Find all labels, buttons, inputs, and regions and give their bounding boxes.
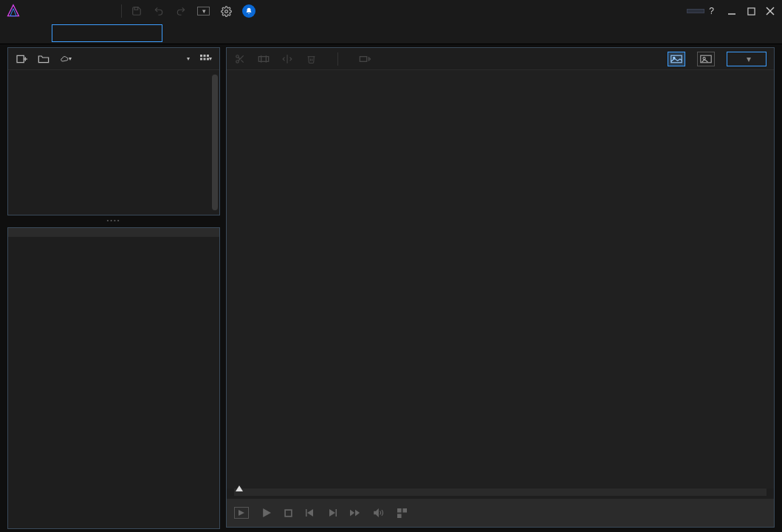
title-bar: ▾ ?	[0, 0, 782, 22]
cut-icon[interactable]	[234, 53, 246, 65]
delete-icon[interactable]	[305, 53, 317, 65]
cloud-import-icon[interactable]: ▾	[60, 53, 72, 65]
app-logo-icon	[6, 4, 21, 18]
undo-icon[interactable]	[153, 5, 165, 17]
prev-frame-button[interactable]	[306, 508, 315, 517]
svg-marker-34	[239, 510, 244, 516]
window-controls	[726, 5, 776, 17]
svg-rect-15	[204, 58, 206, 60]
svg-marker-29	[368, 58, 371, 61]
workspace: ▾ ▾ ▾ ••••	[0, 44, 782, 532]
svg-rect-46	[397, 514, 402, 518]
svg-rect-11	[200, 55, 202, 57]
video-info-panel	[7, 227, 220, 529]
svg-rect-14	[200, 58, 202, 60]
playhead-icon[interactable]	[236, 486, 243, 491]
redo-icon[interactable]	[175, 5, 187, 17]
svg-marker-43	[374, 509, 378, 516]
media-toolbar: ▾ ▾ ▾	[8, 48, 219, 70]
trim-icon[interactable]	[258, 53, 270, 65]
chevron-down-icon: ▾	[187, 55, 190, 62]
svg-point-33	[703, 57, 705, 59]
tab-produce[interactable]	[384, 24, 495, 42]
chevron-down-icon: ▾	[202, 7, 206, 15]
separator	[337, 52, 338, 66]
play-range-button[interactable]	[234, 507, 249, 519]
preview-viewport[interactable]	[227, 70, 774, 488]
svg-marker-37	[307, 509, 313, 517]
next-frame-button[interactable]	[328, 508, 337, 517]
tab-effects[interactable]	[273, 24, 384, 42]
volume-icon[interactable]	[374, 508, 384, 517]
quick-toolbar: ▾	[131, 4, 255, 18]
maximize-button[interactable]	[745, 5, 757, 17]
settings-gear-icon[interactable]	[220, 5, 232, 17]
svg-marker-42	[355, 510, 360, 517]
import-folder-icon[interactable]	[38, 53, 49, 65]
svg-rect-40	[336, 509, 337, 517]
svg-rect-5	[747, 7, 754, 14]
svg-point-17	[236, 55, 239, 58]
tab-library[interactable]	[52, 24, 162, 42]
panel-resize-handle[interactable]: ••••	[7, 218, 220, 224]
transport-controls	[227, 499, 774, 527]
save-icon[interactable]	[131, 5, 143, 17]
svg-rect-28	[360, 56, 366, 61]
snapshot-grid-icon[interactable]	[397, 508, 407, 518]
keyframe-icon[interactable]	[359, 53, 371, 65]
sort-icon[interactable]	[165, 53, 176, 65]
svg-line-21	[239, 57, 240, 58]
svg-rect-22	[258, 56, 268, 61]
welcome-banner[interactable]	[687, 9, 704, 13]
view-original-button[interactable]	[668, 52, 685, 66]
svg-rect-44	[397, 508, 402, 513]
media-library-panel: ▾ ▾ ▾	[7, 47, 220, 215]
svg-marker-35	[263, 508, 271, 517]
aspect-ratio-selector[interactable]: ▾	[197, 7, 210, 15]
notification-bell-icon[interactable]	[242, 4, 255, 18]
video-info-body	[8, 237, 219, 528]
workspace-tabs	[0, 22, 782, 44]
fast-forward-button[interactable]	[350, 508, 360, 517]
split-icon[interactable]	[281, 53, 293, 65]
preview-panel: ▾	[226, 47, 775, 528]
help-icon[interactable]: ?	[709, 6, 714, 16]
preview-toolbar: ▾	[227, 48, 774, 70]
svg-point-3	[224, 10, 227, 13]
media-library-body	[8, 70, 219, 215]
separator	[121, 4, 122, 18]
svg-marker-0	[8, 5, 19, 16]
timeline-scrubber[interactable]	[234, 488, 766, 496]
svg-marker-39	[329, 509, 335, 517]
vertical-scrollbar[interactable]	[212, 75, 218, 210]
close-button[interactable]	[764, 5, 776, 17]
stop-button[interactable]	[284, 509, 292, 517]
svg-rect-2	[134, 7, 138, 10]
svg-rect-36	[285, 510, 292, 517]
zoom-fit-selector[interactable]: ▾	[727, 52, 766, 66]
svg-rect-38	[306, 509, 307, 517]
svg-point-18	[236, 60, 239, 63]
svg-line-20	[241, 60, 243, 62]
video-info-header	[8, 228, 219, 237]
tab-adjust[interactable]	[162, 24, 273, 42]
svg-rect-45	[402, 508, 407, 513]
play-button[interactable]	[262, 508, 271, 517]
chevron-down-icon: ▾	[747, 54, 751, 64]
right-column: ▾	[223, 44, 782, 532]
view-grid-icon[interactable]: ▾	[200, 53, 212, 65]
svg-rect-12	[204, 55, 206, 57]
view-split-button[interactable]	[697, 52, 715, 66]
svg-marker-41	[350, 510, 354, 517]
minimize-button[interactable]	[726, 5, 738, 17]
left-column: ▾ ▾ ▾ ••••	[0, 44, 223, 532]
import-file-icon[interactable]	[16, 53, 27, 65]
svg-rect-8	[17, 55, 24, 62]
